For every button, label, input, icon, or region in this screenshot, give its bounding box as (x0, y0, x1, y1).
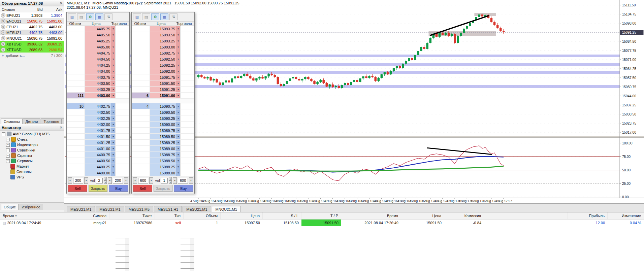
chart-tab-MNQU21,M1[interactable]: MNQU21,M1 (212, 206, 241, 212)
volume-input[interactable]: 1 (161, 178, 168, 183)
depth-icon[interactable]: ▦ (160, 13, 168, 20)
dropdown-icon[interactable]: ▾ (176, 44, 180, 50)
dom-bid-row[interactable]: 15090.25▾▴ (132, 115, 194, 122)
volume-cell[interactable] (132, 68, 150, 74)
volume-cell[interactable] (67, 122, 85, 127)
dropdown-icon[interactable]: ▾ (176, 56, 180, 62)
volume-cell[interactable] (67, 146, 85, 151)
dropdown-icon[interactable]: ▾ (111, 32, 115, 38)
dropdown-icon[interactable]: ▾ (111, 164, 115, 170)
price-cell[interactable]: 15093.75▾ (150, 26, 181, 32)
dom-bid-row[interactable]: 4401.50▾tp 1▴ (67, 134, 129, 140)
dropdown-icon[interactable]: ▾ (111, 38, 115, 44)
close-button[interactable]: Закрыть (154, 185, 173, 192)
volume-cell[interactable] (67, 62, 85, 68)
spread-icon[interactable]: ⇅ (169, 13, 178, 20)
dom-bid-row[interactable]: 4401.00▾▴ (67, 146, 129, 152)
dom-bid-row[interactable]: 4401.25▾▴ (67, 140, 129, 146)
volume-cell[interactable] (132, 38, 150, 44)
dom-bid-row[interactable]: 4401.75▾▴ (67, 128, 129, 134)
dom-bid-row[interactable]: 15090.00▾▴ (132, 122, 194, 128)
dropdown-icon[interactable]: ▾ (176, 74, 180, 80)
dropdown-icon[interactable]: ▾ (176, 146, 180, 151)
trade-header-Изменение[interactable]: Изменение (608, 212, 644, 219)
dropdown-icon[interactable]: ▾ (176, 115, 180, 121)
dom-ask-row[interactable]: 4404.25▾▴ (67, 62, 129, 68)
price-cell[interactable]: 4402.50▾ (85, 109, 116, 115)
close-button[interactable]: Закрыть (89, 185, 108, 192)
tab-Детали[interactable]: Детали (23, 118, 41, 125)
dropdown-icon[interactable]: ▾ (111, 122, 115, 127)
price-cell[interactable]: 4401.00▾ (85, 146, 116, 151)
volume-cell[interactable] (67, 140, 85, 145)
volume-cell[interactable] (132, 134, 150, 139)
dropdown-icon[interactable]: ▾ (111, 93, 115, 98)
trade-header-Тип[interactable]: Тип (155, 212, 184, 219)
dom-ask-row[interactable]: 4404.75▾▴ (67, 50, 129, 56)
expand-icon[interactable]: + (6, 138, 10, 141)
dom-ask-row[interactable]: 4403.25▾▴ (67, 87, 129, 93)
volume-cell[interactable] (67, 80, 85, 86)
dom-bid-row[interactable]: 15089.25▾▴ (132, 140, 194, 146)
price-cell[interactable]: 4401.25▾ (85, 140, 116, 145)
sell-qty-down-icon[interactable]: ▼ (68, 177, 72, 184)
volume-cell[interactable] (132, 62, 150, 68)
price-cell[interactable]: 15091.75▾ (150, 74, 181, 80)
dom-ask-row[interactable]: 15093.00▾▴ (132, 44, 194, 50)
volume-cell[interactable] (67, 26, 85, 32)
dropdown-icon[interactable]: ▾ (176, 109, 180, 115)
spinner-up-icon[interactable]: ▴ (125, 269, 129, 271)
dom-bid-row[interactable]: 4400.75▾▴ (67, 152, 129, 158)
tab-Символы[interactable]: Символы (1, 118, 23, 125)
dom-window-mnqu21[interactable]: MNQU21, Micro E-mini Nasdaq-1...×▥▤⚙▦⇅Об… (131, 12, 195, 194)
dropdown-icon[interactable]: ▾ (176, 38, 180, 44)
dom-ask-row[interactable]: 4403.75▾▴ (67, 74, 129, 80)
price-cell[interactable]: 4400.25▾ (85, 164, 116, 170)
volume-cell[interactable] (67, 109, 85, 115)
dom-ask-row[interactable]: 4404.50▾▴ (67, 56, 129, 62)
volume-cell[interactable] (67, 170, 85, 176)
chart-tab-MESU21,M1[interactable]: MESU21,M1 (96, 206, 124, 212)
dropdown-icon[interactable]: ▾ (111, 115, 115, 121)
spinner-up-icon[interactable]: ▴ (190, 269, 194, 271)
price-cell[interactable]: 15089.50▾ (150, 134, 181, 139)
close-icon[interactable]: × (60, 125, 62, 130)
dom-ask-row[interactable]: 15091.25▾▴ (132, 87, 194, 93)
symbol-row[interactable]: ⇅ENQU2115090.7515091.00 (0, 18, 64, 24)
add-symbol-row[interactable]: + добавить... 7 / 300 (0, 53, 64, 58)
dom-ask-row[interactable]: 15092.25▾▴ (132, 62, 194, 68)
price-cell[interactable]: 4405.00▾ (85, 44, 116, 50)
volume-cell[interactable] (132, 115, 150, 121)
buy-qty-down-icon[interactable]: ▼ (108, 177, 112, 184)
price-cell[interactable]: 15088.75▾ (150, 152, 181, 158)
orders-icon[interactable]: ▤ (77, 13, 85, 20)
price-cell[interactable]: 15091.25▾ (150, 87, 181, 92)
trade-header-Время[interactable]: Время▼ (0, 212, 64, 219)
dropdown-icon[interactable]: ▾ (111, 128, 115, 133)
volume-cell[interactable] (67, 38, 85, 44)
price-cell[interactable]: 15090.25▾ (150, 115, 181, 121)
symbol-row[interactable]: ⇅XETUSD2689.632690.54 (0, 47, 64, 53)
ladder-separator[interactable]: · · · (132, 99, 194, 103)
dropdown-icon[interactable]: ▾ (176, 32, 180, 38)
volume-cell[interactable] (132, 122, 150, 127)
navigator-item-Скрипты[interactable]: +Скрипты (0, 153, 64, 158)
column-ask[interactable]: Ask (44, 7, 64, 11)
dropdown-icon[interactable]: ▾ (176, 158, 180, 164)
trade-header-Цена[interactable]: Цена (221, 212, 263, 219)
volume-cell[interactable] (132, 170, 150, 176)
price-cell[interactable]: 4404.00▾ (85, 68, 116, 74)
dropdown-icon[interactable]: ▾ (176, 62, 180, 68)
chart-icon[interactable]: ▥ (68, 13, 76, 20)
ladder-separator[interactable]: · · · (67, 99, 129, 103)
expand-icon[interactable]: + (6, 148, 10, 152)
dom-bid-row[interactable]: 15088.00▾▴ (132, 170, 194, 176)
orders-icon[interactable]: ▤ (142, 13, 150, 20)
price-cell[interactable]: 4402.00▾ (85, 122, 116, 127)
volume-cell[interactable] (67, 56, 85, 62)
volume-cell[interactable] (132, 158, 150, 164)
price-cell[interactable]: 15089.25▾ (150, 140, 181, 145)
dropdown-icon[interactable]: ▾ (111, 62, 115, 68)
volume-cell[interactable] (132, 56, 150, 62)
trade-header-Объем[interactable]: Объем (184, 212, 221, 219)
